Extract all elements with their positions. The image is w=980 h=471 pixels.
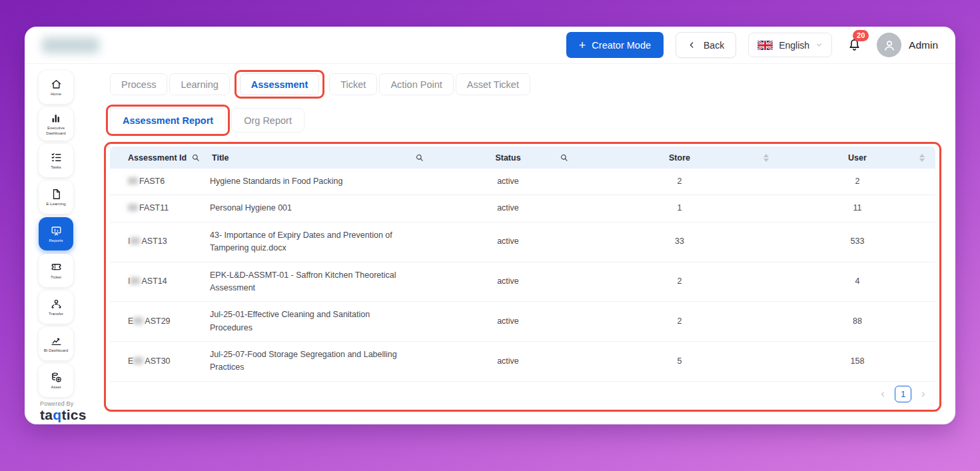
language-selector[interactable]: English — [748, 33, 832, 57]
status-cell: active — [436, 195, 580, 221]
user-cell: 4 — [779, 268, 935, 294]
topbar: + Creator Mode Back — [25, 27, 955, 64]
pagination-page-1[interactable]: 1 — [895, 386, 911, 402]
sidebar-item-label: Reports — [47, 238, 64, 244]
redacted-text — [128, 204, 138, 211]
sidebar-item-bi-dashboard[interactable]: BI Dashboard — [39, 327, 73, 360]
tab-action-point[interactable]: Action Point — [379, 73, 453, 95]
redacted-text — [130, 277, 140, 284]
sidebar-item-label: E-Learning — [45, 202, 67, 207]
table-row[interactable]: IAST13 43- Importance of Expiry Dates an… — [110, 223, 935, 262]
taqtics-logo: taqtics — [40, 407, 92, 422]
tab-assessment[interactable]: Assessment — [240, 73, 319, 95]
sidebar-item-tasks[interactable]: Tasks — [39, 144, 73, 177]
status-cell: active — [436, 268, 580, 294]
store-cell: 2 — [580, 268, 779, 294]
plus-icon: + — [579, 39, 586, 51]
sidebar-item-home[interactable]: Home — [39, 71, 73, 104]
sidebar-item-label: Home — [49, 92, 63, 97]
search-icon[interactable] — [415, 153, 424, 163]
table-row[interactable]: FAST11 Personal Hygiene 001 active 1 11 — [110, 195, 935, 222]
tab-asset-ticket[interactable]: Asset Ticket — [456, 73, 530, 95]
powered-by-label: Powered By — [40, 400, 92, 407]
table-row[interactable]: FAST6 Hygiene Standards in Food Packing … — [110, 169, 935, 195]
sidebar-item-label: Asset — [49, 385, 62, 390]
back-label: Back — [704, 40, 724, 51]
table-row[interactable]: EAST29 Jul-25-01-Effective Cleaning and … — [110, 302, 935, 342]
search-icon[interactable] — [191, 153, 201, 163]
sidebar-item-ticket[interactable]: Ticket — [39, 254, 73, 287]
sidebar-item-label: Executive Dashboard — [39, 126, 73, 136]
sidebar-item-label: Tasks — [49, 165, 62, 171]
sidebar-item-reports[interactable]: Reports — [39, 217, 73, 250]
powered-by-block: Powered By taqtics — [39, 400, 92, 422]
notifications-bell[interactable]: 20 — [847, 37, 862, 53]
chevron-down-icon — [815, 41, 823, 49]
creator-mode-label: Creator Mode — [592, 40, 651, 51]
reports-icon — [50, 225, 63, 237]
company-logo — [42, 37, 99, 53]
table-header: Assessment Id Title Status — [110, 147, 935, 169]
sidebar-item-label: BI Dashboard — [43, 348, 70, 354]
user-cell: 158 — [779, 348, 935, 374]
avatar — [877, 33, 901, 57]
main-content: Process Learning Assessment Ticket Actio… — [92, 64, 955, 424]
executive-dashboard-icon — [50, 112, 63, 125]
pagination-prev-icon[interactable] — [879, 390, 887, 398]
column-header-user: User — [848, 153, 867, 163]
sort-icon[interactable] — [763, 154, 769, 162]
sidebar-item-executive-dashboard[interactable]: Executive Dashboard — [39, 107, 73, 141]
store-cell: 33 — [580, 229, 779, 254]
tab-process[interactable]: Process — [110, 73, 167, 95]
title-cell: Hygiene Standards in Food Packing — [210, 169, 436, 195]
redacted-text — [133, 357, 143, 364]
status-cell: active — [436, 229, 580, 254]
user-menu[interactable]: Admin — [877, 33, 938, 57]
pagination: 1 — [110, 382, 935, 407]
back-button[interactable]: Back — [676, 32, 736, 58]
subtab-assessment-report[interactable]: Assessment Report — [110, 108, 226, 133]
report-tabs: Process Learning Assessment Ticket Actio… — [110, 73, 938, 95]
tab-ticket[interactable]: Ticket — [329, 73, 377, 95]
sort-icon[interactable] — [919, 154, 925, 162]
user-name: Admin — [909, 39, 938, 51]
column-header-status: Status — [495, 153, 520, 163]
sidebar-item-e-learning[interactable]: E-Learning — [39, 181, 73, 214]
sidebar-item-transfer[interactable]: Transfer — [39, 290, 73, 324]
subtab-org-report[interactable]: Org Report — [231, 108, 304, 133]
store-cell: 5 — [580, 348, 779, 374]
app-window: + Creator Mode Back — [25, 27, 955, 424]
assessment-id-cell: EAST29 — [110, 308, 210, 334]
assessment-id-cell: EAST30 — [110, 348, 210, 374]
sidebar: Home Executive Dashboard Tasks E-Learnin… — [25, 64, 92, 424]
redacted-text — [133, 317, 143, 324]
chevron-left-icon — [688, 41, 696, 49]
home-icon — [50, 78, 63, 91]
bi-dashboard-icon — [50, 334, 63, 347]
creator-mode-button[interactable]: + Creator Mode — [566, 32, 664, 58]
title-cell: 43- Importance of Expiry Dates and Preve… — [210, 223, 436, 262]
transfer-icon — [50, 298, 63, 310]
title-cell: Personal Hygiene 001 — [210, 195, 436, 221]
asset-icon — [50, 371, 63, 384]
tab-learning[interactable]: Learning — [169, 73, 229, 95]
assessment-report-table: Assessment Id Title Status — [110, 147, 935, 407]
store-cell: 2 — [580, 169, 779, 195]
column-header-store: Store — [669, 153, 690, 163]
ticket-icon — [50, 261, 63, 274]
table-row[interactable]: EAST30 Jul-25-07-Food Storage Segregatio… — [110, 342, 935, 382]
sidebar-item-asset[interactable]: Asset — [39, 364, 73, 397]
pagination-next-icon[interactable] — [919, 390, 927, 398]
column-header-title: Title — [212, 153, 229, 163]
language-label: English — [779, 40, 809, 51]
sidebar-item-label: Transfer — [47, 312, 65, 317]
sidebar-item-label: Ticket — [49, 275, 63, 280]
status-cell: active — [436, 308, 580, 334]
search-icon[interactable] — [560, 153, 569, 163]
redacted-text — [128, 177, 138, 185]
notification-count-badge: 20 — [853, 30, 869, 41]
store-cell: 1 — [580, 195, 779, 221]
user-cell: 11 — [779, 195, 935, 221]
status-cell: active — [436, 169, 580, 195]
table-row[interactable]: IAST14 EPK-L&D-ASSMT-01 - Saffron Kitche… — [110, 262, 935, 302]
